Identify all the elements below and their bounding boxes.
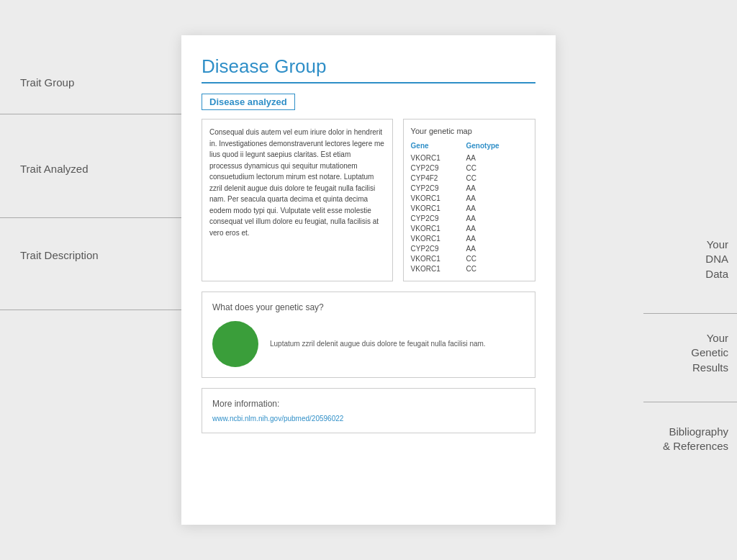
- table-row: CYP4F2CC: [411, 173, 528, 183]
- genotype-cell: AA: [466, 233, 528, 243]
- genetic-results-content: Luptatum zzril delenit augue duis dolore…: [212, 321, 525, 367]
- outer-container: Trait Group Trait Analyzed Trait Descrip…: [0, 0, 737, 560]
- gene-cell: VKORC1: [411, 153, 466, 163]
- gene-cell: CYP4F2: [411, 173, 466, 183]
- trait-analyzed-line: [0, 217, 187, 218]
- genetic-results-box: What does your genetic say? Luptatum zzr…: [202, 292, 535, 378]
- table-row: VKORC1CC: [411, 253, 528, 263]
- genetic-results-title: What does your genetic say?: [212, 302, 525, 312]
- genetic-map-box: Your genetic map Gene Genotype VKORC1AAC…: [403, 119, 535, 281]
- genotype-cell: AA: [466, 203, 528, 213]
- genotype-cell: AA: [466, 183, 528, 193]
- genetic-results-label: YourGeneticResults: [691, 331, 728, 375]
- trait-group-line: [0, 114, 187, 114]
- gene-cell: VKORC1: [411, 233, 466, 243]
- trait-description-text: Consequal duis autem vel eum iriure dolo…: [209, 127, 385, 238]
- genotype-cell: AA: [466, 243, 528, 253]
- genotype-cell: AA: [466, 153, 528, 163]
- table-row: CYP2C9AA: [411, 183, 528, 193]
- bibliography-box: More information: www.ncbi.nlm.nih.gov/p…: [202, 388, 535, 433]
- disease-analyzed-label: Disease analyzed: [202, 94, 295, 110]
- table-row: VKORC1CC: [411, 263, 528, 274]
- bibliography-link[interactable]: www.ncbi.nlm.nih.gov/pubmed/20596022: [212, 415, 525, 423]
- genotype-cell: CC: [466, 263, 528, 274]
- table-row: VKORC1AA: [411, 193, 528, 203]
- genetic-results-text: Luptatum zzril delenit augue duis dolore…: [270, 338, 486, 350]
- table-row: CYP2C9AA: [411, 243, 528, 253]
- gene-cell: CYP2C9: [411, 163, 466, 173]
- table-header-row: Gene Genotype: [411, 141, 528, 153]
- gene-cell: VKORC1: [411, 193, 466, 203]
- green-circle-indicator: [212, 321, 258, 367]
- table-row: CYP2C9CC: [411, 163, 528, 173]
- table-row: VKORC1AA: [411, 233, 528, 243]
- disease-group-title: Disease Group: [202, 55, 535, 83]
- table-row: VKORC1AA: [411, 203, 528, 213]
- table-row: CYP2C9AA: [411, 213, 528, 223]
- bibliography-label: Bibliography& References: [663, 425, 728, 454]
- genetic-map-title: Your genetic map: [411, 127, 528, 135]
- gene-header: Gene: [411, 141, 466, 153]
- table-row: VKORC1AA: [411, 223, 528, 233]
- genotype-cell: CC: [466, 163, 528, 173]
- genotype-cell: AA: [466, 193, 528, 203]
- genetic-results-line: [643, 402, 737, 402]
- trait-group-label: Trait Group: [20, 76, 74, 90]
- content-row: Consequal duis autem vel eum iriure dolo…: [202, 119, 535, 281]
- dna-data-label: YourDNAData: [705, 238, 728, 281]
- gene-cell: CYP2C9: [411, 243, 466, 253]
- gene-cell: VKORC1: [411, 203, 466, 213]
- genotype-header: Genotype: [466, 141, 528, 153]
- gene-cell: CYP2C9: [411, 213, 466, 223]
- genotype-cell: AA: [466, 223, 528, 233]
- bibliography-title: More information:: [212, 399, 525, 409]
- gene-cell: CYP2C9: [411, 183, 466, 193]
- table-row: VKORC1AA: [411, 153, 528, 163]
- gene-cell: VKORC1: [411, 253, 466, 263]
- genetic-map-table: Gene Genotype VKORC1AACYP2C9CCCYP4F2CCCY…: [411, 141, 528, 274]
- genotype-cell: CC: [466, 253, 528, 263]
- document-card: Disease Group Disease analyzed Consequal…: [181, 35, 556, 525]
- genotype-cell: CC: [466, 173, 528, 183]
- trait-description-box: Consequal duis autem vel eum iriure dolo…: [202, 119, 393, 281]
- gene-cell: VKORC1: [411, 263, 466, 274]
- trait-description-line: [0, 310, 187, 310]
- trait-analyzed-label: Trait Analyzed: [20, 162, 89, 176]
- trait-description-label: Trait Description: [20, 248, 99, 263]
- dna-data-line: [643, 313, 737, 314]
- genotype-cell: AA: [466, 213, 528, 223]
- gene-cell: VKORC1: [411, 223, 466, 233]
